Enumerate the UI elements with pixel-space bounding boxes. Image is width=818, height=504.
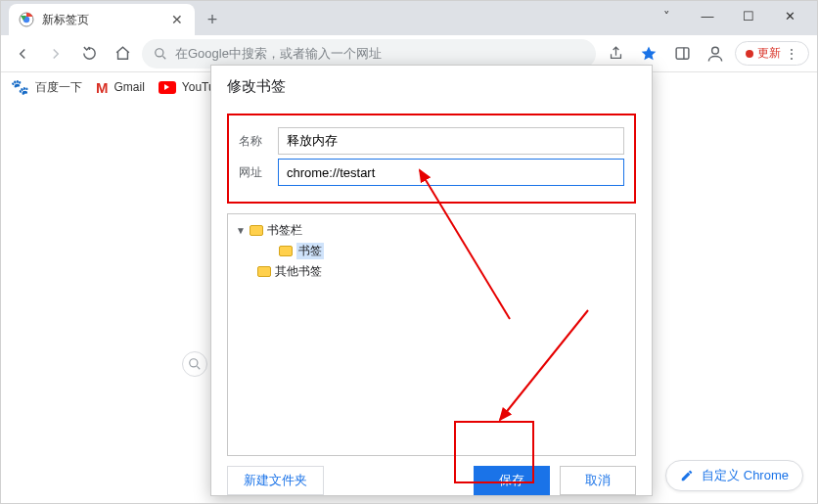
caret-down-icon[interactable]: ▼ bbox=[236, 225, 246, 236]
youtube-icon bbox=[159, 81, 176, 94]
browser-tab[interactable]: 新标签页 ✕ bbox=[9, 4, 195, 35]
pencil-icon bbox=[680, 469, 694, 482]
update-label: 更新 bbox=[757, 45, 781, 62]
svg-point-5 bbox=[190, 359, 198, 367]
search-hint-icon[interactable] bbox=[182, 351, 207, 377]
bookmark-item-gmail[interactable]: M Gmail bbox=[96, 79, 145, 96]
bookmark-name-input[interactable] bbox=[278, 127, 624, 155]
profile-button[interactable] bbox=[702, 40, 729, 68]
url-label: 网址 bbox=[239, 164, 268, 181]
update-dot-icon bbox=[746, 50, 753, 58]
bookmark-name-field: 名称 bbox=[239, 127, 624, 155]
tree-row-other-bookmarks[interactable]: 其他书签 bbox=[236, 261, 627, 282]
home-button[interactable] bbox=[109, 40, 136, 68]
window-maximize-button[interactable]: ☐ bbox=[735, 9, 762, 23]
tab-title: 新标签页 bbox=[42, 12, 161, 28]
search-icon bbox=[154, 47, 167, 61]
annotation-fields-highlight: 名称 网址 bbox=[227, 114, 636, 204]
dialog-footer: 新建文件夹 保存 取消 bbox=[211, 456, 652, 504]
save-button[interactable]: 保存 bbox=[474, 466, 550, 495]
window-chevron-icon[interactable]: ˅ bbox=[653, 9, 680, 23]
folder-icon bbox=[279, 246, 293, 256]
window-controls: ˅ — ☐ ✕ bbox=[643, 1, 813, 30]
svg-point-2 bbox=[156, 48, 163, 56]
folder-icon bbox=[257, 266, 271, 277]
omnibox-placeholder: 在Google中搜索，或者输入一个网址 bbox=[175, 45, 382, 63]
share-button[interactable] bbox=[602, 40, 629, 68]
tab-close-icon[interactable]: ✕ bbox=[169, 13, 185, 26]
chrome-favicon-icon bbox=[19, 12, 34, 27]
gmail-icon: M bbox=[96, 79, 109, 96]
back-button[interactable] bbox=[9, 40, 36, 68]
folder-icon bbox=[250, 225, 263, 236]
edit-bookmark-dialog: 修改书签 名称 网址 ▼ 书签栏 书签 其他书签 bbox=[210, 65, 653, 496]
tree-row-bookmarks-bar[interactable]: ▼ 书签栏 bbox=[236, 220, 627, 241]
forward-button[interactable] bbox=[42, 40, 69, 68]
new-folder-button[interactable]: 新建文件夹 bbox=[227, 466, 324, 495]
side-panel-button[interactable] bbox=[668, 40, 696, 68]
window-minimize-button[interactable]: — bbox=[694, 9, 721, 23]
baidu-paw-icon: 🐾 bbox=[11, 78, 29, 96]
omnibox[interactable]: 在Google中搜索，或者输入一个网址 bbox=[142, 39, 596, 69]
update-button[interactable]: 更新 ⋮ bbox=[735, 41, 809, 66]
reload-button[interactable] bbox=[75, 40, 103, 68]
dialog-title: 修改书签 bbox=[211, 66, 652, 106]
cancel-button[interactable]: 取消 bbox=[560, 466, 636, 495]
bookmark-star-icon[interactable] bbox=[635, 40, 662, 68]
window-titlebar: 新标签页 ✕ + ˅ — ☐ ✕ bbox=[1, 1, 817, 35]
bookmark-url-input[interactable] bbox=[278, 159, 624, 186]
bookmark-folder-tree[interactable]: ▼ 书签栏 书签 其他书签 bbox=[227, 213, 636, 456]
window-close-button[interactable]: ✕ bbox=[776, 9, 803, 23]
customize-chrome-button[interactable]: 自定义 Chrome bbox=[665, 460, 803, 491]
svg-point-4 bbox=[712, 47, 719, 54]
svg-rect-3 bbox=[676, 48, 689, 59]
name-label: 名称 bbox=[239, 133, 268, 150]
bookmark-item-baidu[interactable]: 🐾 百度一下 bbox=[11, 78, 82, 96]
tree-row-bookmarks[interactable]: 书签 bbox=[236, 241, 627, 261]
bookmark-url-field: 网址 bbox=[239, 159, 624, 186]
new-tab-button[interactable]: + bbox=[199, 6, 226, 33]
menu-dots-icon: ⋮ bbox=[785, 46, 798, 62]
